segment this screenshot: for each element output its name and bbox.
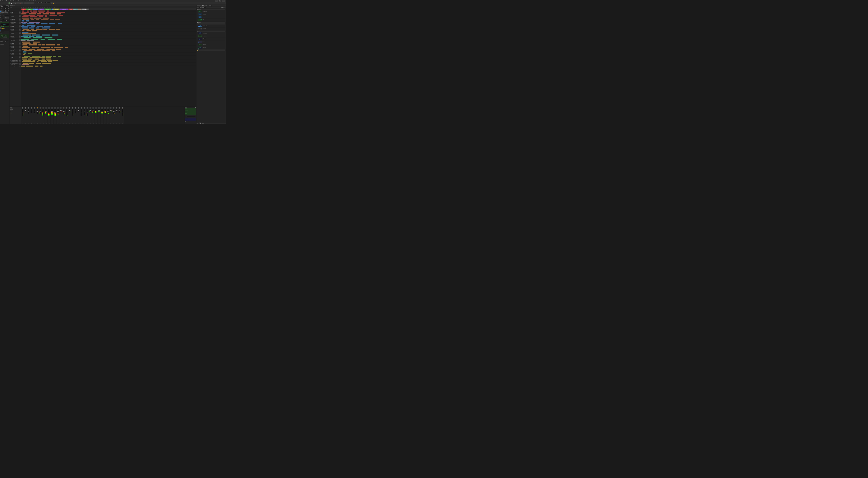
ch-m-btn-15[interactable]: M [66, 107, 67, 108]
track-s-18[interactable]: S [20, 36, 21, 37]
arr-strophe1[interactable]: Strophe 1 [26, 9, 33, 10]
fader-thumb-27[interactable] [101, 111, 103, 111]
fader-32[interactable] [117, 109, 117, 112]
track-s-9[interactable]: S [20, 23, 21, 24]
track-clip-36-3[interactable] [41, 61, 47, 62]
track-clip-13-0[interactable] [23, 29, 29, 30]
track-clip-4-1[interactable] [30, 16, 37, 17]
track-clip-27-1[interactable] [29, 49, 35, 50]
track-s-14[interactable]: S [20, 30, 21, 31]
ch-s-btn-28[interactable]: S [104, 108, 105, 109]
ch-m-btn-23[interactable]: M [90, 107, 91, 108]
track-clip-38-0[interactable] [22, 64, 29, 65]
fader-23[interactable] [90, 109, 91, 112]
track-clip-24-3[interactable] [41, 44, 45, 45]
track-s-21[interactable]: S [20, 40, 21, 41]
fader-20[interactable] [81, 109, 82, 116]
ch-m-btn-21[interactable]: M [84, 107, 85, 108]
track-clip-6-1[interactable] [31, 19, 34, 20]
track-clip-3-1[interactable] [30, 15, 35, 16]
ch-m-btn-14[interactable]: M [63, 107, 64, 108]
ch-s-btn-14[interactable]: S [63, 108, 64, 109]
fader-thumb-24[interactable] [92, 110, 94, 111]
mute-tool[interactable]: 🔇 [20, 2, 22, 4]
ch-s-btn-20[interactable]: S [81, 108, 82, 109]
fader-9[interactable] [49, 109, 50, 116]
track-clip-1-0[interactable] [22, 12, 29, 13]
fader-24[interactable] [93, 109, 94, 113]
track-clip-37-3[interactable] [42, 63, 51, 64]
track-s-10[interactable]: S [20, 25, 21, 26]
ch-s-btn-27[interactable]: S [101, 108, 103, 109]
track-clip-24-1[interactable] [29, 44, 37, 45]
fx-dual-pan-r[interactable]: FX Dual Pan [197, 37, 225, 40]
ch-s-btn-6[interactable]: S [39, 108, 41, 109]
track-clip-26-2[interactable] [41, 47, 50, 49]
ch-s-btn-1[interactable]: S [25, 108, 26, 109]
track-clip-1-2[interactable] [39, 12, 44, 13]
fader-thumb-32[interactable] [116, 110, 118, 111]
ch-m-btn-25[interactable]: M [95, 107, 97, 108]
ch-s-btn-4[interactable]: S [34, 108, 35, 109]
select-tool[interactable]: ▲ [8, 2, 10, 4]
track-s-34[interactable]: S [20, 59, 21, 60]
fx-expander[interactable]: FX Expander [197, 13, 225, 16]
track-clip-21-0[interactable] [21, 40, 26, 41]
track-clip-19-2[interactable] [39, 37, 42, 38]
menu-audio[interactable]: Audio [21, 0, 23, 1]
track-clip-3-3[interactable] [45, 15, 48, 16]
track-s-24[interactable]: S [20, 44, 21, 45]
fader-14[interactable] [64, 109, 64, 115]
fader-thumb-29[interactable] [107, 111, 109, 112]
track-clip-6-4[interactable] [50, 19, 54, 20]
fader-21[interactable] [84, 109, 85, 115]
track-clip-1-1[interactable] [31, 12, 37, 13]
ch-m-btn-6[interactable]: M [39, 107, 41, 108]
track-clip-0-3[interactable] [33, 10, 37, 11]
fader-thumb-31[interactable] [113, 111, 115, 112]
track-clip-5-2[interactable] [34, 18, 41, 19]
track-s-2[interactable]: S [20, 13, 21, 14]
track-clip-36-2[interactable] [37, 61, 39, 62]
ch-m-btn-13[interactable]: M [60, 107, 62, 108]
zoom-btn[interactable]: 🔍 [30, 2, 32, 4]
track-clip-24-2[interactable] [38, 44, 41, 45]
fader-thumb-1[interactable] [25, 110, 27, 111]
fader-19[interactable] [78, 109, 79, 112]
fader-22[interactable] [87, 109, 88, 116]
track-clip-27-0[interactable] [22, 49, 27, 50]
ch-m-btn-4[interactable]: M [34, 107, 35, 108]
insert-limiter[interactable]: Limiter [185, 114, 196, 115]
arr-4[interactable]: #4 [87, 9, 89, 10]
track-clip-18-2[interactable] [36, 36, 42, 37]
timestretch-select[interactable]: Drums [0, 6, 9, 7]
ch-m-btn-3[interactable]: M [31, 107, 32, 108]
ch-s-btn-11[interactable]: S [54, 108, 56, 109]
track-s-1[interactable]: S [20, 12, 21, 13]
ch-s-btn-22[interactable]: S [87, 108, 88, 109]
track-clip-20-4[interactable] [57, 39, 62, 40]
fx-header-reverb[interactable]: 📁 Reverb Effekte\PreSonus\Reverb [197, 50, 225, 51]
track-clip-25-0[interactable] [23, 46, 28, 47]
track-clip-22-0[interactable] [22, 42, 30, 43]
fader-6[interactable] [40, 109, 41, 114]
track-clip-14-2[interactable] [32, 30, 37, 31]
track-clip-2-2[interactable] [37, 13, 41, 14]
track-clip-26-1[interactable] [32, 47, 39, 49]
track-clip-6-0[interactable] [23, 19, 29, 20]
arr-br[interactable]: Br [51, 9, 53, 10]
arr-intermezzo[interactable]: Intermezzo [53, 9, 59, 10]
erase-tool[interactable]: ◯ [14, 2, 16, 4]
ch-s-btn-9[interactable]: S [49, 108, 50, 109]
spectrum-meter-item[interactable]: Spectrum Meter [185, 120, 196, 121]
track-clip-20-0[interactable] [21, 39, 29, 40]
fader-thumb-5[interactable] [37, 111, 38, 112]
fader-thumb-28[interactable] [104, 111, 106, 111]
ch-m-btn-12[interactable]: M [57, 107, 59, 108]
pro-eq-insert[interactable]: Pro EQ [0, 22, 9, 23]
track-clip-15-0[interactable] [22, 32, 29, 33]
fx-binaural-pan[interactable]: FX Binaural Pan [197, 32, 225, 35]
track-clip-0-5[interactable] [47, 10, 49, 11]
track-clip-26-0[interactable] [22, 47, 30, 49]
fader-thumb-22[interactable] [87, 112, 88, 113]
